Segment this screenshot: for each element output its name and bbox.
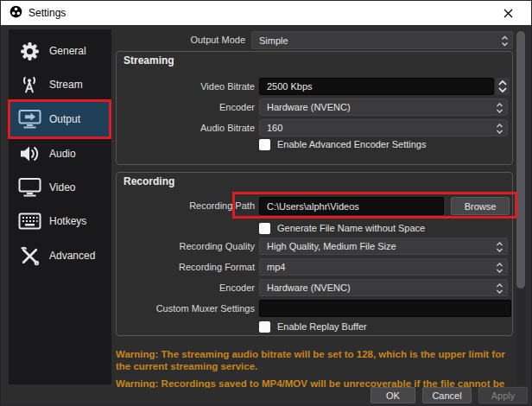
advanced-encoder-checkbox-row: Enable Advanced Encoder Settings: [259, 138, 426, 150]
stream-encoder-label: Encoder: [117, 98, 255, 116]
chevron-up-down-icon: [496, 122, 504, 137]
recording-path-label: Recording Path: [117, 197, 255, 214]
sidebar-item-video[interactable]: Video: [9, 170, 111, 205]
apply-button-label: Apply: [491, 390, 516, 401]
streaming-group-title: Streaming: [124, 54, 174, 67]
advanced-encoder-checkbox[interactable]: [259, 139, 270, 150]
ok-button-label: OK: [386, 390, 400, 401]
filename-checkbox-row: Generate File Name without Space: [259, 222, 425, 234]
gear-icon: [16, 39, 42, 63]
replay-buffer-checkbox[interactable]: [259, 321, 270, 333]
advanced-encoder-checkbox-label: Enable Advanced Encoder Settings: [277, 139, 426, 149]
sidebar-item-audio[interactable]: Audio: [9, 136, 111, 171]
recording-format-value: mp4: [267, 262, 285, 272]
browse-button-label: Browse: [465, 201, 497, 212]
recording-encoder-select[interactable]: Hardware (NVENC): [259, 279, 508, 296]
settings-window: Settings General Stream: [0, 0, 532, 406]
vertical-scrollbar-thumb[interactable]: [516, 31, 525, 289]
sidebar-item-stream[interactable]: Stream: [9, 67, 111, 102]
cancel-button-label: Cancel: [432, 390, 461, 401]
warning-audio-bitrate: Warning: The streaming audio bitrate wil…: [116, 348, 513, 372]
audio-bitrate-select[interactable]: 160: [259, 119, 508, 136]
dialog-body: General Stream Output Audio: [1, 25, 531, 405]
titlebar: Settings: [1, 1, 531, 25]
streaming-group: Streaming Video Bitrate 2500 Kbps Encode…: [116, 51, 513, 165]
sidebar-item-label: Audio: [49, 148, 76, 160]
stream-encoder-select[interactable]: Hardware (NVENC): [259, 98, 508, 116]
replay-buffer-checkbox-label: Enable Replay Buffer: [277, 321, 367, 332]
sidebar: General Stream Output Audio: [9, 29, 111, 384]
recording-quality-label: Recording Quality: [117, 238, 255, 255]
recording-encoder-value: Hardware (NVENC): [267, 282, 351, 293]
sidebar-item-label: General: [49, 45, 86, 57]
audio-bitrate-label: Audio Bitrate: [117, 119, 255, 136]
sidebar-item-label: Hotkeys: [49, 215, 86, 227]
tools-icon: [16, 244, 42, 268]
monitor-arrow-icon: [16, 107, 42, 131]
cancel-button[interactable]: Cancel: [422, 387, 472, 403]
recording-format-select[interactable]: mp4: [259, 258, 508, 276]
recording-group-title: Recording: [124, 175, 174, 187]
recording-path-input[interactable]: C:\Users\alphr\Videos: [259, 197, 444, 215]
chevron-up-down-icon: [496, 101, 504, 117]
sidebar-item-label: Stream: [49, 79, 83, 91]
custom-muxer-label: Custom Muxer Settings: [117, 300, 255, 317]
recording-format-label: Recording Format: [117, 258, 255, 276]
warning-area: Warning: The streaming audio bitrate wil…: [116, 348, 515, 388]
apply-button[interactable]: Apply: [478, 387, 528, 403]
close-icon[interactable]: [493, 1, 522, 25]
speaker-icon: [16, 142, 42, 166]
sidebar-item-general[interactable]: General: [9, 34, 111, 68]
stream-encoder-value: Hardware (NVENC): [267, 102, 351, 112]
replay-buffer-checkbox-row: Enable Replay Buffer: [259, 320, 367, 333]
output-mode-label: Output Mode: [116, 31, 245, 48]
recording-path-value: C:\Users\alphr\Videos: [267, 201, 359, 212]
video-bitrate-value: 2500 Kbps: [267, 81, 313, 92]
keyboard-icon: [16, 209, 42, 233]
ok-button[interactable]: OK: [370, 387, 415, 403]
custom-muxer-input[interactable]: [259, 300, 511, 317]
output-mode-select[interactable]: Simple: [251, 31, 513, 49]
window-title: Settings: [28, 7, 66, 19]
chevron-up-down-icon: [501, 34, 509, 50]
browse-button[interactable]: Browse: [451, 197, 510, 215]
video-bitrate-input[interactable]: 2500 Kbps: [259, 78, 494, 95]
chevron-up-down-icon: [496, 282, 504, 297]
recording-group: Recording Recording Path C:\Users\alphr\…: [116, 172, 513, 336]
sidebar-item-label: Video: [49, 181, 75, 193]
audio-bitrate-value: 160: [267, 123, 282, 133]
video-bitrate-spinner[interactable]: [496, 78, 510, 95]
sidebar-item-advanced[interactable]: Advanced: [9, 238, 111, 273]
sidebar-item-label: Advanced: [49, 250, 95, 262]
obs-logo-icon: [10, 5, 22, 22]
chevron-up-down-icon: [496, 261, 504, 276]
output-mode-value: Simple: [259, 35, 288, 46]
video-bitrate-label: Video Bitrate: [117, 78, 255, 95]
sidebar-item-label: Output: [49, 113, 80, 125]
filename-checkbox-label: Generate File Name without Space: [277, 223, 425, 233]
recording-quality-select[interactable]: High Quality, Medium File Size: [259, 238, 508, 255]
sidebar-item-output[interactable]: Output: [9, 102, 111, 136]
filename-checkbox[interactable]: [259, 223, 270, 234]
recording-quality-value: High Quality, Medium File Size: [267, 241, 396, 251]
monitor-icon: [16, 175, 42, 200]
broadcast-antenna-icon: [16, 73, 42, 97]
sidebar-item-hotkeys[interactable]: Hotkeys: [9, 204, 111, 238]
recording-encoder-label: Encoder: [117, 279, 255, 296]
chevron-up-down-icon: [496, 240, 504, 256]
vertical-scrollbar-track[interactable]: [516, 29, 525, 385]
